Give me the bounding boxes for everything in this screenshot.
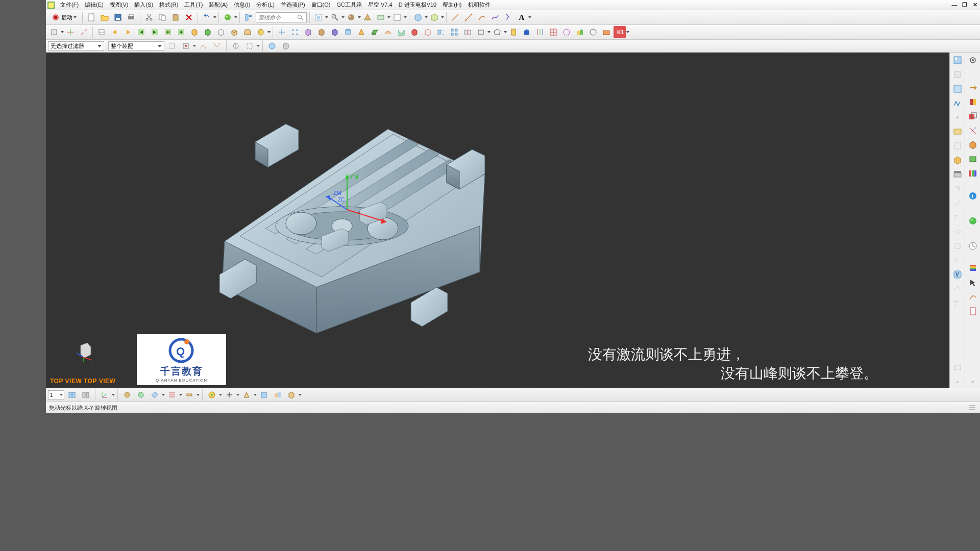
command-search-input[interactable] [258,14,295,20]
poly-chevron-icon[interactable] [504,27,506,37]
menu-insert[interactable]: 插入(S) [131,0,156,10]
array-button[interactable] [448,26,460,38]
red-box-button[interactable] [408,26,421,38]
bt-plus-button[interactable] [223,389,235,401]
rp-9-icon[interactable] [952,183,963,194]
cut-button[interactable] [143,11,155,23]
f5-button[interactable] [230,40,242,52]
clip-chevron-icon[interactable] [388,12,390,22]
k1-button[interactable]: K1 [614,26,626,38]
rp2-clock-icon[interactable] [967,240,978,252]
rp-15-icon[interactable]: V [952,269,963,280]
block-button[interactable] [188,26,201,38]
nav-left-button[interactable] [135,26,148,38]
rp-nav-tree-icon[interactable] [952,55,963,66]
poly-button[interactable] [491,26,503,38]
bt-5-chevron-icon[interactable] [162,390,164,400]
split-button[interactable] [461,26,474,38]
col3-button[interactable] [534,26,546,38]
rp2-6-icon[interactable] [967,154,978,165]
spline-button[interactable] [489,11,501,23]
f2-chevron-icon[interactable] [193,41,195,51]
rp-8-icon[interactable] [952,169,963,180]
menu-window[interactable]: 窗口(O) [308,0,334,10]
bt-8-button[interactable] [206,389,218,401]
fit-chevron-icon[interactable] [326,12,328,22]
bt-1-button[interactable] [66,389,78,401]
rp-bottom-2-icon[interactable] [952,377,963,388]
col5-button[interactable] [560,26,573,38]
rp-6-icon[interactable] [952,140,963,152]
end-chevron-icon[interactable] [627,27,629,37]
sketch-button[interactable] [48,26,60,38]
f6-chevron-icon[interactable] [257,41,259,51]
save-button[interactable] [112,11,124,23]
wcs-button[interactable] [412,11,424,23]
bt-7-chevron-icon[interactable] [197,390,199,400]
rp2-4-icon[interactable] [967,125,978,136]
menu-info[interactable]: 信息(I) [231,0,253,10]
f6-button[interactable] [243,40,256,52]
rp-16-icon[interactable] [952,283,963,294]
minimize-button[interactable]: — [949,1,960,9]
layer-combo[interactable]: 1 [48,390,64,399]
mirror-button[interactable] [435,26,447,38]
layer-chevron-icon[interactable] [404,12,406,22]
rp-10-icon[interactable] [952,197,963,209]
menu-edit[interactable]: 编辑(E) [82,0,107,10]
extrude-button[interactable] [228,26,240,38]
rp2-3-icon[interactable] [967,111,978,122]
plate-button[interactable] [369,26,381,38]
bt-plus-chevron-icon[interactable] [237,390,239,400]
text-button[interactable]: A [516,11,528,23]
app-icon[interactable] [47,1,55,9]
scope-combo[interactable]: 整个装配 [108,41,164,51]
bt-csys-chevron-icon[interactable] [112,390,114,400]
f2-button[interactable] [180,40,192,52]
viewport[interactable]: YM ZM ZC Q 千言教育 QIANYAN EDUCATION 没有激流则谈… [46,53,949,388]
line2-button[interactable] [462,11,475,23]
next-button[interactable] [122,26,134,38]
box3-button[interactable] [302,26,314,38]
menu-tools[interactable]: 工具(T) [181,0,206,10]
start-button[interactable]: 启动 [48,11,80,24]
bt-6-chevron-icon[interactable] [180,390,182,400]
shell-button[interactable] [422,26,434,38]
rp-5-icon[interactable] [952,126,963,137]
rp2-curve-icon[interactable] [967,291,978,303]
surf2-button[interactable] [395,26,407,38]
bt-9-chevron-icon[interactable] [254,390,256,400]
box4-button[interactable] [315,26,328,38]
orient-button[interactable] [428,11,440,23]
undo-chevron-icon[interactable] [214,12,216,22]
menu-view[interactable]: 视图(V) [107,0,132,10]
revolve-button[interactable] [255,26,267,38]
wave-button[interactable] [95,26,108,38]
extrude2-button[interactable] [241,26,254,38]
axis-button[interactable] [78,26,90,38]
datum-button[interactable] [64,26,77,38]
rp-14-icon[interactable]: S [952,255,963,266]
new-button[interactable] [85,11,97,23]
rp-3-icon[interactable] [952,83,963,94]
rp-13-icon[interactable] [952,240,963,252]
bt-12-chevron-icon[interactable] [299,390,301,400]
menu-xingkong[interactable]: 星空 V7.4 [365,0,396,10]
rp2-ball-icon[interactable] [967,215,978,227]
menu-jinyu[interactable]: D 进玉电极V10 [396,0,440,10]
nav-out-button[interactable] [175,26,187,38]
print-button[interactable] [125,11,137,23]
perspective-button[interactable] [361,11,374,23]
curve-chevron-icon[interactable] [529,12,531,22]
delete-button[interactable] [183,11,195,23]
shade-chevron-icon[interactable] [358,12,360,22]
feature-chevron-icon[interactable] [268,27,270,37]
rp-12-icon[interactable] [952,226,963,237]
col2-button[interactable] [521,26,533,38]
rect-button[interactable] [475,26,487,38]
menu-jiming[interactable]: 机明软件 [465,0,494,10]
undo-button[interactable] [201,11,213,23]
copy-button[interactable] [156,11,168,23]
bt-csys-button[interactable] [99,389,111,401]
move-button[interactable] [276,26,288,38]
